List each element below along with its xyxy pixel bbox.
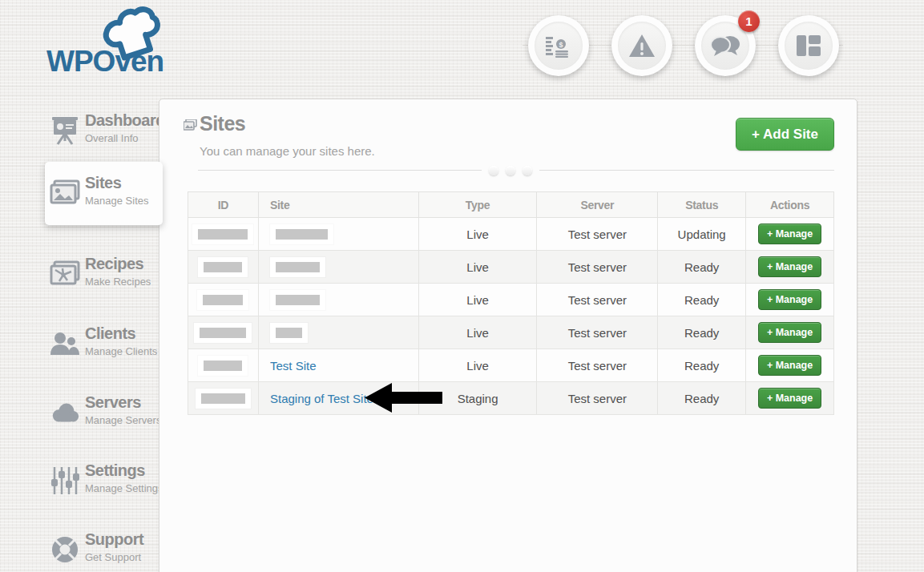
table-header-row: ID Site Type Server Status Actions xyxy=(188,192,834,218)
site-type: Live xyxy=(418,284,537,316)
redacted-id xyxy=(196,389,251,409)
sidebar-item-dashboard[interactable]: Dashboard Overall Info xyxy=(48,110,162,156)
table-row: Live Test server Ready + Manage xyxy=(188,284,834,316)
site-type: Live xyxy=(418,218,537,251)
page-title: Sites xyxy=(200,112,245,135)
table-row: Live Test server Ready + Manage xyxy=(188,316,834,349)
col-header-site: Site xyxy=(258,192,418,218)
site-server: Test server xyxy=(537,349,658,382)
page-subtitle: You can manage your sites here. xyxy=(200,144,375,158)
site-type: Live xyxy=(418,251,537,284)
messages-button[interactable]: 1 xyxy=(695,15,756,76)
site-server: Test server xyxy=(537,382,658,415)
redacted-site xyxy=(270,224,333,244)
site-status: Ready xyxy=(658,382,746,415)
clients-icon xyxy=(50,328,80,360)
redacted-id xyxy=(198,257,248,277)
sites-table: ID Site Type Server Status Actions Live … xyxy=(188,191,834,415)
sidebar-sublabel: Manage Settings xyxy=(85,482,163,494)
redacted-id xyxy=(192,224,253,244)
recipes-icon xyxy=(50,258,80,290)
dashboard-icon xyxy=(50,115,80,147)
sidebar-item-support[interactable]: Support Get Support xyxy=(48,529,162,572)
wpoven-dashboard: { "logo": { "text": "WPOven" }, "header"… xyxy=(0,0,924,572)
site-server: Test server xyxy=(537,251,658,284)
redacted-id xyxy=(194,323,252,343)
add-site-button[interactable]: + Add Site xyxy=(736,118,834,151)
sidebar-label: Recipes xyxy=(85,255,143,273)
logo-text: WPOven xyxy=(46,45,163,79)
redacted-site xyxy=(270,290,325,310)
site-type: Live xyxy=(418,349,537,382)
sidebar-sublabel: Manage Sites xyxy=(85,195,149,207)
manage-button[interactable]: + Manage xyxy=(758,388,821,409)
col-header-id: ID xyxy=(188,192,259,218)
table-row: Staging of Test Site Staging Test server… xyxy=(188,382,834,415)
sidebar-item-sites[interactable]: Sites Manage Sites xyxy=(48,172,162,219)
sidebar-item-servers[interactable]: Servers Manage Servers xyxy=(48,392,162,438)
billing-button[interactable]: $ xyxy=(528,15,589,76)
sidebar-label: Settings xyxy=(85,461,145,480)
sidebar-sublabel: Manage Servers xyxy=(85,414,161,426)
table-row: Test Site Live Test server Ready + Manag… xyxy=(188,349,834,382)
cloud-icon xyxy=(50,397,80,429)
site-server: Test server xyxy=(537,316,658,349)
dot xyxy=(523,166,532,175)
redacted-id xyxy=(197,290,248,310)
site-server: Test server xyxy=(537,284,658,316)
site-link-staging-of-test-site[interactable]: Staging of Test Site xyxy=(270,392,373,405)
site-status: Ready xyxy=(658,284,746,316)
manage-button[interactable]: + Manage xyxy=(758,224,821,244)
main-panel: Sites You can manage your sites here. + … xyxy=(159,99,857,572)
sidebar-sublabel: Manage Clients xyxy=(85,345,157,357)
dot xyxy=(506,166,515,175)
sidebar-item-recipes[interactable]: Recipes Make Recipes xyxy=(48,253,162,300)
col-header-server: Server xyxy=(537,192,658,218)
sidebar-label: Clients xyxy=(85,324,135,343)
apps-button[interactable] xyxy=(778,15,839,76)
manage-button[interactable]: + Manage xyxy=(758,289,821,310)
site-type: Live xyxy=(418,316,537,349)
site-status: Ready xyxy=(658,349,746,382)
sidebar-sublabel: Get Support xyxy=(85,551,141,563)
billing-icon: $ xyxy=(535,22,583,70)
lifebuoy-icon xyxy=(50,534,80,566)
sidebar-item-clients[interactable]: Clients Manage Clients xyxy=(48,323,162,369)
alerts-button[interactable] xyxy=(611,15,672,76)
manage-button[interactable]: + Manage xyxy=(758,322,821,343)
site-status: Ready xyxy=(658,316,746,349)
sidebar-item-settings[interactable]: Settings Manage Settings xyxy=(48,460,162,506)
site-link-test-site[interactable]: Test Site xyxy=(270,359,317,373)
manage-button[interactable]: + Manage xyxy=(758,355,821,376)
annotation-arrow-icon xyxy=(365,383,442,413)
sidebar-label: Servers xyxy=(85,393,141,412)
sites-icon xyxy=(50,177,80,209)
dot xyxy=(489,166,498,175)
sidebar-sublabel: Make Recipes xyxy=(85,276,151,288)
layout-icon xyxy=(785,22,833,70)
redacted-id xyxy=(198,356,248,376)
sites-title-icon xyxy=(184,119,197,131)
col-header-status: Status xyxy=(658,192,746,218)
site-status: Updating xyxy=(658,218,746,251)
sidebar-label: Dashboard xyxy=(85,111,165,130)
notification-badge: 1 xyxy=(738,10,760,32)
sidebar-label: Support xyxy=(85,530,143,549)
table-row: Live Test server Ready + Manage xyxy=(188,251,834,284)
sidebar-sublabel: Overall Info xyxy=(85,132,138,144)
redacted-site xyxy=(270,257,325,277)
wpoven-logo[interactable]: WPOven xyxy=(46,6,207,87)
table-row: Live Test server Updating + Manage xyxy=(188,218,834,251)
site-server: Test server xyxy=(537,218,658,251)
warning-icon xyxy=(618,22,666,70)
divider-dots xyxy=(482,164,539,176)
redacted-site xyxy=(270,323,308,343)
svg-text:$: $ xyxy=(559,41,563,49)
manage-button[interactable]: + Manage xyxy=(758,256,821,277)
sliders-icon xyxy=(50,465,80,497)
col-header-type: Type xyxy=(418,192,537,218)
site-status: Ready xyxy=(658,251,746,284)
col-header-actions: Actions xyxy=(746,192,834,218)
sidebar-label: Sites xyxy=(85,174,121,192)
